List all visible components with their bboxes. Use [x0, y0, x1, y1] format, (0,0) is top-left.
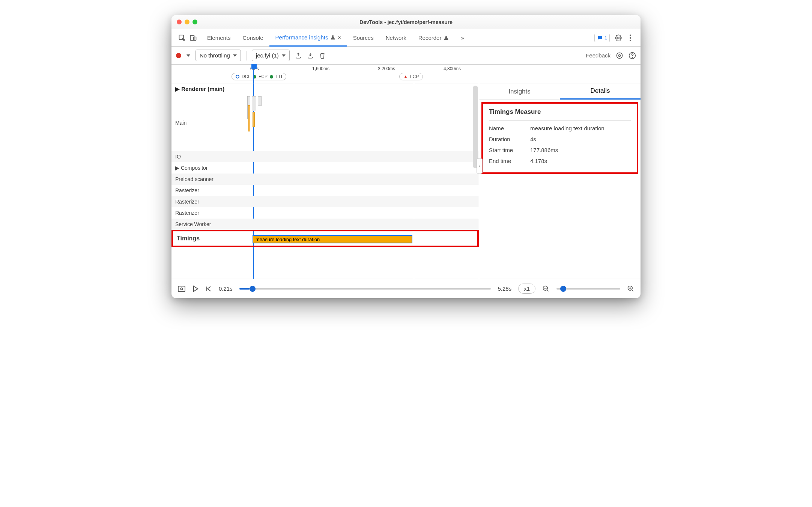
skip-back-icon[interactable] — [205, 285, 212, 292]
playback-footer: 0.21s 5.28s x1 — [171, 279, 641, 298]
record-button[interactable] — [176, 53, 181, 58]
flask-icon — [330, 35, 335, 40]
throttling-select[interactable]: No throttling — [195, 50, 241, 61]
detail-value: measure loading text duration — [530, 125, 631, 131]
track-area[interactable]: https://jec.fyi/demo/perf-measure ▶ Rend… — [171, 83, 479, 279]
chat-icon — [597, 35, 603, 41]
track-main[interactable]: Main — [171, 120, 247, 126]
devtools-window: DevTools - jec.fyi/demo/perf-measure Ele… — [171, 15, 641, 298]
panel-tabbar: Elements Console Performance insights × … — [171, 29, 641, 47]
lcp-pill[interactable]: ▲ LCP — [399, 73, 423, 80]
timing-measure-bar[interactable]: measure loading text duration — [253, 235, 412, 243]
window-title: DevTools - jec.fyi/demo/perf-measure — [171, 19, 641, 25]
track-renderer-header[interactable]: ▶ Renderer (main) — [171, 83, 479, 95]
play-icon[interactable] — [192, 285, 198, 292]
track-preload-scanner[interactable]: Preload scanner — [171, 176, 247, 182]
titlebar: DevTools - jec.fyi/demo/perf-measure — [171, 15, 641, 29]
preview-icon[interactable] — [177, 285, 186, 292]
track-rasterizer[interactable]: Rasterizer — [171, 210, 247, 216]
tab-elements[interactable]: Elements — [201, 29, 237, 46]
tab-recorder[interactable]: Recorder — [412, 29, 455, 46]
metric-label: LCP — [410, 74, 419, 79]
record-dropdown-icon[interactable] — [186, 54, 190, 57]
chevron-double-right-icon: » — [461, 35, 464, 41]
detail-key: Duration — [489, 136, 530, 142]
speed-select[interactable]: x1 — [518, 284, 535, 294]
dot-icon — [270, 75, 273, 78]
track-io[interactable]: IO — [171, 154, 247, 160]
sidebar-collapse-handle[interactable]: › — [477, 158, 483, 174]
feedback-link[interactable]: Feedback — [586, 52, 611, 59]
export-icon[interactable] — [295, 52, 302, 59]
track-label: Compositor — [181, 165, 208, 171]
tab-label: Console — [243, 35, 263, 41]
detail-value: 4.178s — [530, 158, 631, 164]
track-rasterizer[interactable]: Rasterizer — [171, 199, 247, 205]
tab-performance-insights[interactable]: Performance insights × — [269, 30, 347, 47]
time-slider[interactable] — [239, 288, 491, 290]
svg-point-10 — [632, 57, 633, 57]
track-label: Renderer (main) — [181, 86, 224, 92]
detail-value: 177.886ms — [530, 147, 631, 153]
subtab-insights[interactable]: Insights — [479, 83, 560, 100]
track-compositor[interactable]: ▶ Compositor — [171, 165, 247, 171]
tab-label: Elements — [207, 35, 231, 41]
svg-point-3 — [618, 37, 620, 39]
svg-point-5 — [630, 37, 631, 39]
flask-icon — [444, 35, 449, 41]
subtab-label: Insights — [508, 88, 531, 95]
vertical-scrollbar[interactable] — [473, 86, 478, 266]
detail-value: 4s — [530, 136, 631, 142]
svg-point-12 — [180, 288, 182, 290]
inspect-element-icon[interactable] — [178, 34, 186, 42]
metric-label: TTI — [275, 74, 282, 79]
end-time: 5.28s — [498, 285, 511, 292]
chevron-down-icon — [233, 54, 237, 57]
delete-icon[interactable] — [319, 52, 326, 59]
subtab-details[interactable]: Details — [560, 83, 641, 100]
speed-value: x1 — [524, 285, 530, 292]
issues-count: 1 — [604, 35, 607, 41]
device-toggle-icon[interactable] — [189, 34, 197, 42]
settings-icon[interactable] — [615, 35, 622, 41]
track-rasterizer[interactable]: Rasterizer — [171, 187, 247, 193]
panel-settings-icon[interactable] — [616, 52, 623, 59]
tab-console[interactable]: Console — [237, 29, 269, 46]
main-lane[interactable] — [247, 95, 479, 151]
recording-value: jec.fyi (1) — [256, 52, 279, 59]
kebab-menu-icon[interactable] — [627, 35, 634, 41]
zoom-out-icon[interactable] — [542, 285, 550, 293]
zoom-in-icon[interactable] — [627, 285, 635, 293]
timings-detail-box: Timings Measure Name measure loading tex… — [481, 102, 638, 174]
tab-sources[interactable]: Sources — [347, 29, 380, 46]
timings-track[interactable]: Timings measure loading text duration — [171, 230, 479, 247]
recording-select[interactable]: jec.fyi (1) — [252, 50, 290, 61]
detail-heading: Timings Measure — [489, 108, 631, 121]
insights-toolbar: No throttling jec.fyi (1) Feedback — [171, 47, 641, 65]
metrics-pill[interactable]: DCL FCP TTI — [232, 73, 286, 80]
timeline-ruler[interactable]: 0ms 1,600ms 3,200ms 4,800ms DCL FCP TTI … — [171, 65, 641, 83]
svg-point-7 — [619, 54, 621, 56]
details-pane: Insights Details Timings Measure Name me… — [479, 83, 641, 279]
help-icon[interactable] — [629, 52, 636, 59]
import-icon[interactable] — [307, 52, 314, 59]
chevron-down-icon — [282, 54, 286, 57]
tab-label: Sources — [353, 35, 374, 41]
detail-key: End time — [489, 158, 530, 164]
playhead-handle[interactable] — [251, 64, 257, 69]
track-service-worker[interactable]: Service Worker — [171, 221, 247, 227]
subtab-label: Details — [591, 87, 610, 95]
timeline-tracks-pane: https://jec.fyi/demo/perf-measure ▶ Rend… — [171, 83, 479, 279]
time-tick: 4,800ms — [444, 66, 461, 71]
metric-label: DCL — [242, 74, 251, 79]
tabs-overflow-button[interactable]: » — [455, 29, 470, 46]
tab-network[interactable]: Network — [380, 29, 412, 46]
svg-rect-11 — [178, 286, 185, 291]
close-tab-icon[interactable]: × — [338, 35, 341, 41]
time-tick: 1,600ms — [312, 66, 329, 71]
throttling-value: No throttling — [200, 52, 230, 59]
measure-bar-label: measure loading text duration — [256, 237, 320, 242]
issues-button[interactable]: 1 — [594, 34, 610, 42]
tab-label: Network — [386, 35, 406, 41]
zoom-slider[interactable] — [556, 288, 620, 290]
